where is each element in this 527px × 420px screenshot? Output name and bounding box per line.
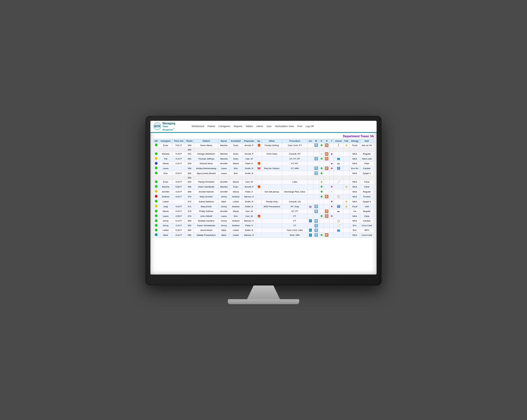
nav-logoff[interactable]: Log Off <box>305 125 313 128</box>
grid-icon: ▦ <box>309 205 312 208</box>
cell-7: Carr, W <box>242 156 256 161</box>
col-header-caregiver: Caregiver <box>159 139 172 143</box>
cell-8 <box>256 223 262 228</box>
cell-8 <box>256 189 262 194</box>
cell-0 <box>153 214 159 219</box>
cell-0 <box>153 228 159 233</box>
table-row[interactable]: Jenny3:15 P382Karen SchuitemanJennyAndre… <box>153 223 374 228</box>
cell-2: 4:02 P <box>172 194 185 199</box>
cell-6: Evan <box>229 152 242 156</box>
app-header: MTR Managing Team Response™ Whiteboard P… <box>150 121 377 133</box>
table-row[interactable]: Erin5:04 P360Myra (June) BrandtLauraErin… <box>153 171 374 176</box>
nav-tables[interactable]: Tables <box>246 125 253 128</box>
cell-5: Jennifer <box>218 180 229 184</box>
nav-admin[interactable]: Admin <box>256 125 263 128</box>
r-badge: R <box>325 144 328 147</box>
nav-whiteboard[interactable]: Whiteboard <box>192 125 204 128</box>
nav-print[interactable]: Print <box>297 125 302 128</box>
table-row[interactable]: 362 <box>153 176 374 180</box>
table-row[interactable]: Pat4:14 P354Thomas JeffreysMarshaEvanCar… <box>153 156 374 161</box>
cell-0 <box>153 180 159 184</box>
table-row[interactable]: Andrew4:02 P370Mary ScooterJennyAndrewBa… <box>153 194 374 199</box>
table-row[interactable]: Evan4:44 P364Randy RockwellJenniferStaci… <box>153 180 374 184</box>
table-row[interactable]: Stacia5:10 P376Phillip SullivanJenniferS… <box>153 209 374 214</box>
table-row[interactable]: Mark4:44 P386Natalie PosanbaumMarkLizbet… <box>153 233 374 237</box>
cell-2: 5:16 P <box>172 228 185 233</box>
nav-reports[interactable]: Reports <box>234 125 243 128</box>
logo-text: Managing Team Response™ <box>162 122 175 131</box>
cell-11 <box>308 199 313 204</box>
cell-15 <box>330 233 334 237</box>
table-row[interactable]: Marsha5:06 P366Owen SandbulteMarshaEvanA… <box>153 184 374 189</box>
assist-icon: 🛏 <box>337 210 340 213</box>
cell-10 <box>282 148 307 152</box>
cell-10: Care Conf, PT <box>282 143 307 148</box>
cell-19: Clear <box>360 180 374 184</box>
table-row[interactable]: Judy4:19 P374Mary EvinkJennyAndrewKeller… <box>153 204 374 209</box>
cell-13 <box>319 204 324 209</box>
cell-15 <box>330 223 334 228</box>
cell-14: R <box>324 152 330 156</box>
cell-12 <box>313 199 319 204</box>
cell-2: 4:44 P <box>172 180 185 184</box>
table-row[interactable]: Lizbet372Julene DekkersMarkLizbetSmith, … <box>153 199 374 204</box>
cell-5: Laura <box>218 166 229 171</box>
cell-10: Labs <box>282 180 307 184</box>
cell-9 <box>262 180 282 184</box>
nav-user[interactable]: User <box>267 125 272 128</box>
cell-13: ✦ <box>319 152 324 156</box>
table-row[interactable]: 350 <box>153 148 374 152</box>
cell-10: EKG, MRI <box>282 233 307 237</box>
cell-0 <box>153 223 159 228</box>
table-row[interactable]: Evan5:01 P348Gwen MarraMarshaEvanArnold,… <box>153 143 374 148</box>
cell-17 <box>343 180 349 184</box>
cell-0 <box>153 143 159 148</box>
table-row[interactable]: Lizbet5:16 P384Jacob MoretMarkLizbetKell… <box>153 228 374 233</box>
cell-3: 348 <box>185 143 194 148</box>
table-row[interactable]: Stacia1:31 P356Antonio MoraJenniferStaci… <box>153 161 374 166</box>
cell-2: 4:19 P <box>172 204 185 209</box>
cell-3: 372 <box>185 199 194 204</box>
table-row[interactable]: Jennifer4:20 P368Donald NaimoliJenniferS… <box>153 189 374 194</box>
cell-2 <box>172 166 185 171</box>
nav-workstation-view[interactable]: Workstation View <box>275 125 294 128</box>
cell-3: 378 <box>185 214 194 219</box>
cell-14 <box>324 199 330 204</box>
cell-1: Jenny <box>159 219 172 223</box>
col-header-allergy: Allergy <box>349 139 360 143</box>
cell-3: 356 <box>185 161 194 166</box>
cell-16 <box>334 233 343 237</box>
cell-1: Laura <box>159 214 172 219</box>
cell-2: 4:59 P <box>172 214 185 219</box>
cell-6: Lizbet <box>229 233 242 237</box>
t-heart: ♥ <box>331 200 333 203</box>
cell-16 <box>334 199 343 204</box>
table-row[interactable]: Jenny5:14 P380Bradley SandersJennyAndrew… <box>153 219 374 223</box>
screen-bezel: MTR Managing Team Response™ Whiteboard P… <box>145 116 382 285</box>
cell-10 <box>282 176 307 180</box>
cell-15 <box>330 209 334 214</box>
cell-16 <box>334 214 343 219</box>
fall-star: ★ <box>345 205 348 208</box>
fall-star: ★ <box>345 144 348 147</box>
cell-15: ♥ <box>330 152 334 156</box>
table-row[interactable]: Marsha5:15 P352George WashburnMarshaEvan… <box>153 152 374 156</box>
table-row[interactable]: Laura4:59 P378John OlthoffLauraErinCarr,… <box>153 214 374 219</box>
cell-18: NKA <box>349 171 360 176</box>
ribbon-icon: 🎀 <box>257 167 260 170</box>
logo-area: MTR Managing Team Response™ <box>153 122 192 131</box>
cell-6: Evan <box>229 184 242 189</box>
w-badge: W <box>315 224 318 227</box>
cell-18: NKA <box>349 161 360 166</box>
fall-star: ★ <box>345 185 348 188</box>
cell-3: 386 <box>185 233 194 237</box>
cell-0 <box>153 189 159 194</box>
cell-13: ✱ <box>319 184 324 189</box>
cell-4: Bradley Sanders <box>194 219 218 223</box>
table-row[interactable]: Laura358Ashley BohnenkampLauraErinSmith,… <box>153 166 374 171</box>
cell-14 <box>324 184 330 189</box>
col-header-t: T <box>330 139 334 143</box>
cell-5: Marsha <box>218 184 229 189</box>
nav-caregivers[interactable]: Caregivers <box>218 125 231 128</box>
nav-patient[interactable]: Patient <box>208 125 215 128</box>
